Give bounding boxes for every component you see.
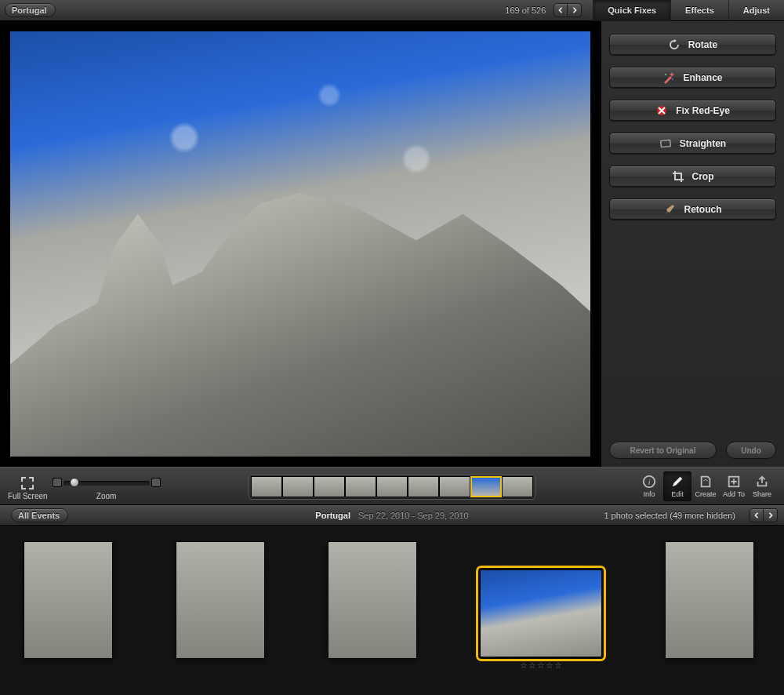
filmstrip-thumb[interactable] bbox=[439, 476, 470, 497]
next-photo-button[interactable] bbox=[568, 3, 582, 17]
plus-icon bbox=[727, 475, 741, 489]
svg-rect-4 bbox=[661, 140, 670, 147]
svg-point-0 bbox=[665, 74, 666, 75]
revert-button[interactable]: Revert to Original bbox=[609, 442, 717, 459]
fix-redeye-button[interactable]: Fix Red-Eye bbox=[609, 100, 776, 121]
arrow-left-icon bbox=[557, 7, 564, 13]
arrow-left-icon bbox=[753, 512, 760, 519]
svg-text:i: i bbox=[648, 477, 651, 486]
back-button-label: Portugal bbox=[12, 5, 47, 15]
rotate-button[interactable]: Rotate bbox=[609, 34, 776, 55]
redeye-icon bbox=[655, 104, 668, 117]
lower-toolbar: Full Screen Zoom i Info Edit bbox=[0, 467, 784, 505]
prev-photo-button[interactable] bbox=[554, 3, 568, 17]
zoom-slider[interactable] bbox=[64, 481, 150, 486]
event-title-block: Portugal Sep 22, 2010 - Sep 29, 2010 bbox=[315, 511, 468, 520]
create-mode-button[interactable]: Create bbox=[691, 471, 720, 501]
edit-area: Rotate Enhance Fix Red-Eye Straighten Cr… bbox=[0, 21, 784, 467]
lower-left-controls: Full Screen Zoom bbox=[8, 472, 150, 500]
photo-nav-arrows bbox=[554, 3, 582, 17]
wand-icon bbox=[662, 71, 675, 84]
fullscreen-icon bbox=[21, 477, 34, 489]
event-thumb[interactable] bbox=[24, 541, 113, 659]
filmstrip-thumb[interactable] bbox=[376, 476, 408, 497]
all-events-button[interactable]: All Events bbox=[11, 508, 68, 522]
undo-button[interactable]: Undo bbox=[726, 442, 776, 459]
edit-mode-button[interactable]: Edit bbox=[663, 471, 691, 501]
event-date-range: Sep 22, 2010 - Sep 29, 2010 bbox=[358, 511, 469, 520]
filmstrip-thumb[interactable] bbox=[502, 476, 533, 497]
tab-adjust[interactable]: Adjust bbox=[728, 0, 784, 21]
straighten-icon bbox=[659, 137, 672, 150]
addto-mode-button[interactable]: Add To bbox=[720, 471, 748, 501]
arrow-right-icon bbox=[768, 512, 774, 519]
top-toolbar: Portugal 169 of 526 Quick Fixes Effects … bbox=[0, 0, 784, 21]
filmstrip-thumb[interactable] bbox=[314, 476, 345, 497]
share-mode-button[interactable]: Share bbox=[748, 471, 776, 501]
info-mode-button[interactable]: i Info bbox=[635, 471, 663, 501]
panel-bottom-buttons: Revert to Original Undo bbox=[609, 442, 776, 459]
arrow-right-icon bbox=[572, 7, 578, 13]
selection-status: 1 photo selected (49 more hidden) bbox=[604, 511, 735, 520]
photo-viewer bbox=[0, 21, 601, 467]
photo-counter: 169 of 526 bbox=[505, 5, 546, 15]
svg-rect-3 bbox=[660, 140, 670, 147]
back-button[interactable]: Portugal bbox=[5, 3, 56, 17]
crop-button[interactable]: Crop bbox=[609, 166, 776, 187]
svg-point-1 bbox=[672, 78, 673, 80]
tab-effects[interactable]: Effects bbox=[670, 0, 728, 21]
pencil-icon bbox=[670, 475, 684, 489]
filmstrip-thumb[interactable] bbox=[251, 476, 282, 497]
filmstrip-thumb[interactable] bbox=[345, 476, 376, 497]
event-thumb[interactable] bbox=[665, 541, 754, 659]
create-icon bbox=[699, 475, 713, 489]
event-thumb[interactable] bbox=[328, 541, 417, 659]
next-event-button[interactable] bbox=[764, 508, 778, 522]
enhance-button[interactable]: Enhance bbox=[609, 67, 776, 88]
filmstrip-thumb-selected[interactable] bbox=[470, 476, 502, 497]
rotate-icon bbox=[668, 38, 681, 51]
event-thumb-selected[interactable]: ☆☆☆☆☆ bbox=[480, 569, 602, 657]
events-thumbnail-strip[interactable]: ☆☆☆☆☆ bbox=[0, 526, 784, 695]
filmstrip bbox=[249, 474, 535, 500]
share-icon bbox=[755, 475, 769, 489]
zoom-slider-knob[interactable] bbox=[70, 478, 79, 487]
rating-stars[interactable]: ☆☆☆☆☆ bbox=[520, 660, 563, 671]
mode-buttons: i Info Edit Create Add To Share bbox=[635, 471, 776, 501]
filmstrip-thumb[interactable] bbox=[282, 476, 314, 497]
crop-icon bbox=[672, 170, 684, 183]
quick-fixes-panel: Rotate Enhance Fix Red-Eye Straighten Cr… bbox=[601, 21, 784, 467]
event-title: Portugal bbox=[315, 511, 350, 520]
event-thumb[interactable] bbox=[176, 541, 265, 659]
zoom-control: Zoom bbox=[64, 477, 150, 500]
filmstrip-thumb[interactable] bbox=[408, 476, 439, 497]
info-icon: i bbox=[642, 475, 656, 489]
retouch-button[interactable]: Retouch bbox=[609, 198, 776, 220]
edit-mode-tabs: Quick Fixes Effects Adjust bbox=[593, 0, 784, 21]
brush-icon bbox=[664, 203, 677, 216]
event-nav-arrows bbox=[750, 508, 778, 522]
fullscreen-button[interactable]: Full Screen bbox=[8, 477, 48, 500]
tab-quick-fixes[interactable]: Quick Fixes bbox=[593, 0, 670, 21]
main-photo[interactable] bbox=[9, 31, 591, 457]
prev-event-button[interactable] bbox=[750, 508, 764, 522]
straighten-button[interactable]: Straighten bbox=[609, 133, 776, 154]
events-header: All Events Portugal Sep 22, 2010 - Sep 2… bbox=[0, 505, 784, 526]
